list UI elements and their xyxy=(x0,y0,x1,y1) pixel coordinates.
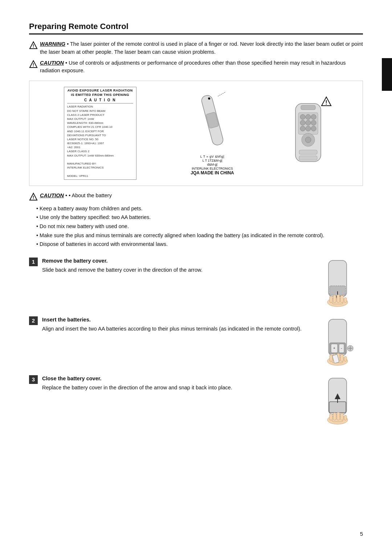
svg-rect-9 xyxy=(301,105,315,110)
svg-rect-64 xyxy=(344,415,347,420)
list-item: Use only the battery specified: two AA b… xyxy=(36,213,363,222)
step-1-container: 1 Remove the battery cover. Slide back a… xyxy=(29,257,363,308)
svg-text:-: - xyxy=(341,346,342,350)
page-container: Preparing Remote Control ! WARNING • The… xyxy=(29,22,363,425)
sticker-body: LASER RADIATION DO NOT STARE INTO BEAM C… xyxy=(67,105,133,178)
caution-notice: ! CAUTION • Use of controls or adjustmen… xyxy=(29,59,363,75)
list-item: Make sure the plus and minus terminals a… xyxy=(36,231,363,240)
sticker-top-text: AVOID EXPOSURE LASER RADIATION IS EMITTE… xyxy=(67,89,133,97)
step-2-description: Align and insert the two AA batteries ac… xyxy=(42,325,303,333)
svg-rect-63 xyxy=(340,413,343,420)
jqa-logo: JQA MADE IN CHINA xyxy=(191,170,234,175)
svg-text:!: ! xyxy=(33,62,34,68)
svg-point-16 xyxy=(311,120,316,125)
battery-caution-label: CAUTION xyxy=(40,193,64,198)
big-remote-illustration: ! xyxy=(288,100,328,166)
list-item: Keep a battery away from children and pe… xyxy=(36,204,363,213)
battery-caution-triangle-icon: ! xyxy=(29,193,38,201)
step-1-illustration xyxy=(312,257,363,308)
warning-label: WARNING xyxy=(40,41,65,47)
svg-rect-49 xyxy=(340,354,343,361)
warning-text: WARNING • The laser pointer of the remot… xyxy=(40,40,363,56)
step-1-content: Remove the battery cover. Slide back and… xyxy=(42,257,303,274)
step-3-illustration xyxy=(312,374,363,425)
step-3-description: Replace the battery cover in the directi… xyxy=(42,384,303,392)
svg-text:+: + xyxy=(333,346,335,350)
step-2-illustration: + - xyxy=(312,316,363,366)
step-3-svg xyxy=(316,374,359,425)
battery-caution-intro: • xyxy=(65,193,69,198)
svg-point-15 xyxy=(306,120,311,125)
svg-point-19 xyxy=(311,126,316,131)
svg-point-11 xyxy=(300,114,305,119)
svg-point-18 xyxy=(306,126,311,131)
step-3-number: 3 xyxy=(29,375,38,384)
step-3-content: Close the battery cover. Replace the bat… xyxy=(42,374,303,392)
svg-rect-23 xyxy=(299,156,317,160)
step-2-title: Insert the batteries. xyxy=(42,316,303,324)
battery-caution-section: ! CAUTION • • About the battery Keep a b… xyxy=(29,192,363,249)
svg-text:!: ! xyxy=(33,195,34,200)
step-3-container: 3 Close the battery cover. Replace the b… xyxy=(29,374,363,425)
step-2-number: 2 xyxy=(29,316,38,325)
step-1-description: Slide back and remove the battery cover … xyxy=(42,266,303,274)
warning-triangle-large-icon: ! xyxy=(321,96,332,107)
list-item: Dispose of batteries in accord with envi… xyxy=(36,240,363,249)
svg-rect-6 xyxy=(206,112,219,128)
laser-remote-illustration: L T = gV &M\g| L T 1TZ&M-g| d&M·g| INTER… xyxy=(191,91,234,175)
warning-body: • The laser pointer of the remote contro… xyxy=(40,41,363,55)
warning-triangle-icon: ! xyxy=(29,41,38,50)
step-1-number: 1 xyxy=(29,258,38,266)
page-number: 5 xyxy=(360,531,363,537)
caution-sticker: AVOID EXPOSURE LASER RADIATION IS EMITTE… xyxy=(64,87,136,180)
step-2-svg: + - xyxy=(316,316,359,366)
caution-text: CAUTION • Use of controls or adjustments… xyxy=(40,59,363,75)
svg-point-12 xyxy=(306,114,311,119)
svg-rect-33 xyxy=(330,296,332,303)
svg-rect-37 xyxy=(344,297,347,303)
svg-rect-34 xyxy=(333,295,336,303)
big-remote-svg xyxy=(288,100,328,165)
svg-point-14 xyxy=(300,120,305,125)
laser-remote-svg xyxy=(196,91,229,153)
page-title: Preparing Remote Control xyxy=(29,22,363,35)
svg-line-7 xyxy=(218,92,226,96)
caution-label: CAUTION xyxy=(40,60,64,66)
warning-notice: ! WARNING • The laser pointer of the rem… xyxy=(29,40,363,56)
step-1-title: Remove the battery cover. xyxy=(42,257,303,265)
svg-rect-46 xyxy=(330,355,332,361)
svg-point-17 xyxy=(300,126,305,131)
caution-triangle-icon: ! xyxy=(29,60,38,69)
illustration-box: AVOID EXPOSURE LASER RADIATION IS EMITTE… xyxy=(29,81,363,186)
svg-text:!: ! xyxy=(326,100,327,106)
list-item: Do not mix new battery with used one. xyxy=(36,222,363,231)
svg-rect-62 xyxy=(337,412,340,420)
svg-rect-50 xyxy=(344,356,347,361)
battery-about-label: • About the battery xyxy=(69,193,112,198)
step-1-svg xyxy=(316,257,359,308)
svg-point-21 xyxy=(305,137,311,143)
step-2-content: Insert the batteries. Align and insert t… xyxy=(42,316,303,333)
jqa-text: L T = gV &M\g| L T 1TZ&M-g| d&M·g| INTER… xyxy=(191,154,234,175)
right-tab xyxy=(382,58,392,91)
caution-body: • Use of controls or adjustments or perf… xyxy=(40,60,346,74)
svg-text:!: ! xyxy=(33,43,34,49)
battery-caution-list: Keep a battery away from children and pe… xyxy=(36,204,363,249)
step-2-container: 2 Insert the batteries. Align and insert… xyxy=(29,316,363,366)
svg-rect-56 xyxy=(329,402,346,413)
battery-caution-text: CAUTION • • About the battery xyxy=(40,192,112,200)
svg-rect-61 xyxy=(333,413,336,420)
svg-rect-60 xyxy=(330,414,332,420)
svg-rect-22 xyxy=(299,150,317,154)
svg-rect-35 xyxy=(337,295,340,303)
svg-rect-36 xyxy=(340,295,343,303)
battery-caution-notice: ! CAUTION • • About the battery xyxy=(29,192,363,201)
svg-point-13 xyxy=(311,114,316,119)
sticker-caution-label: C A U T I O N xyxy=(67,98,133,104)
step-3-title: Close the battery cover. xyxy=(42,374,303,383)
